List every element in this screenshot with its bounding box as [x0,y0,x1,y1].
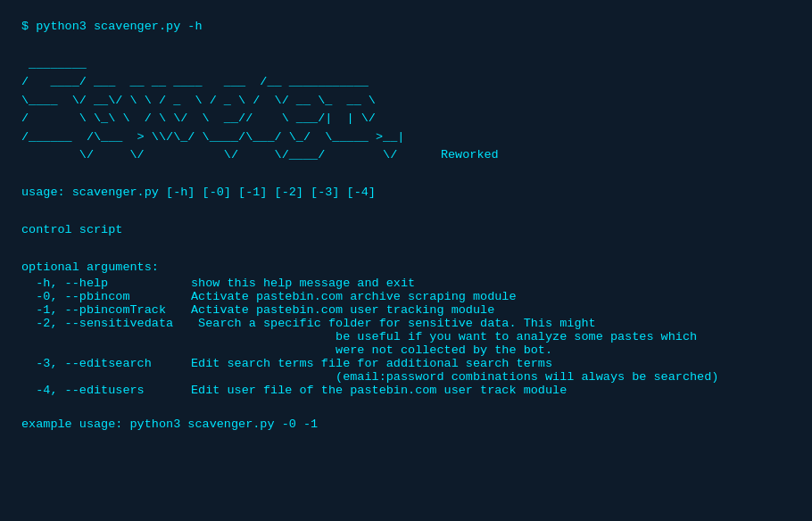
spacer-2 [21,165,791,184]
spacer-1 [21,37,791,55]
arg-sensitivedata: -2, --sensitivedata Search a specific fo… [21,317,791,357]
control-line: control script [21,221,791,240]
arg-help-flag: -h, --help [21,277,191,290]
arg-sensitivedata-desc: Search a specific folder for sensitive d… [191,317,697,357]
arg-pbincomtrack-flag: -1, --pbincomTrack [21,303,191,317]
arg-pbincomtrack: -1, --pbincomTrack Activate pastebin.com… [21,303,791,317]
arg-pbincomtrack-desc: Activate pastebin.com user tracking modu… [191,303,494,317]
arg-editusers-desc: Edit user file of the pastebin.com user … [191,384,567,397]
arg-editusers-flag: -4, --editusers [21,384,191,397]
arg-help: -h, --help show this help message and ex… [21,277,791,290]
ascii-art: ________ / ____/ ___ __ __ ____ ___ /__ … [21,55,791,165]
arg-pbincom-desc: Activate pastebin.com archive scraping m… [191,290,517,303]
terminal: $ python3 scavenger.py -h ________ / ___… [21,18,791,503]
usage-line: usage: scavenger.py [-h] [-0] [-1] [-2] … [21,184,791,203]
arg-sensitivedata-flag: -2, --sensitivedata [21,317,191,357]
arg-pbincom-flag: -0, --pbincom [21,290,191,303]
prompt-line: $ python3 scavenger.py -h [21,18,791,37]
arg-help-desc: show this help message and exit [191,277,415,290]
example-line: example usage: python3 scavenger.py -0 -… [21,416,791,434]
optional-label: optional arguments: [21,259,791,277]
spacer-3 [21,203,791,221]
arg-editusers: -4, --editusers Edit user file of the pa… [21,384,791,397]
spacer-5 [21,397,791,416]
spacer-4 [21,240,791,259]
arg-editsearch-desc: Edit search terms file for additional se… [191,357,718,384]
arg-editsearch: -3, --editsearch Edit search terms file … [21,357,791,384]
arg-editsearch-flag: -3, --editsearch [21,357,191,384]
arg-pbincom: -0, --pbincom Activate pastebin.com arch… [21,290,791,303]
